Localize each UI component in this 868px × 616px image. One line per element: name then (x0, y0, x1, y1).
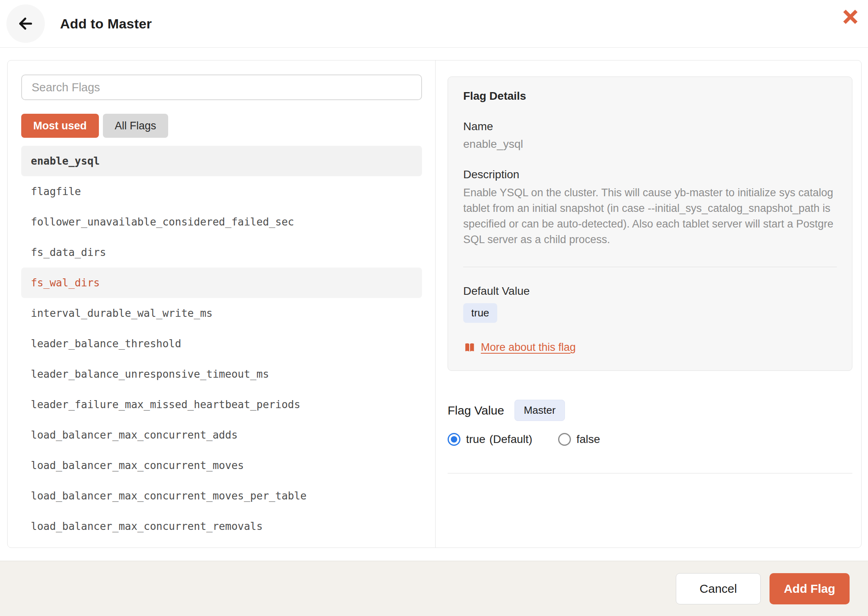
radio-true-suffix: (Default) (489, 433, 532, 446)
search-input[interactable] (21, 74, 422, 100)
modal-footer: Cancel Add Flag (0, 561, 868, 616)
description-text: Enable YSQL on the cluster. This will ca… (463, 185, 837, 248)
modal-header: Add to Master (0, 0, 868, 48)
flag-row-fs-data-dirs[interactable]: fs_data_dirs (21, 237, 422, 268)
flag-details-card: Flag Details Name enable_ysql Descriptio… (448, 76, 852, 371)
flag-row-lb-max-moves-per-table[interactable]: load_balancer_max_concurrent_moves_per_t… (21, 481, 422, 511)
flag-list: enable_ysql flagfile follower_unavailabl… (21, 146, 422, 542)
modal-body: Most used All Flags enable_ysql flagfile… (7, 60, 862, 548)
flag-row-leader-balance-threshold[interactable]: leader_balance_threshold (21, 328, 422, 359)
flag-tabs: Most used All Flags (21, 114, 422, 138)
radio-true-label: true (466, 433, 485, 446)
flag-row-lb-max-adds[interactable]: load_balancer_max_concurrent_adds (21, 420, 422, 450)
radio-false-label: false (577, 433, 600, 446)
flag-value-section: Flag Value Master (448, 400, 861, 421)
flag-row-enable-ysql[interactable]: enable_ysql (21, 146, 422, 176)
flag-row-leader-balance-unresponsive[interactable]: leader_balance_unresponsive_timeout_ms (21, 359, 422, 389)
flag-value-options: true (Default) false (448, 433, 861, 446)
flag-row-flagfile[interactable]: flagfile (21, 176, 422, 207)
book-icon (463, 342, 476, 354)
flag-detail-panel: Flag Details Name enable_ysql Descriptio… (436, 60, 861, 548)
flag-list-panel: Most used All Flags enable_ysql flagfile… (8, 60, 436, 548)
flag-value-divider (448, 473, 852, 473)
default-value-label: Default Value (463, 285, 837, 298)
radio-option-true[interactable]: true (Default) (448, 433, 532, 446)
default-value-badge: true (463, 303, 497, 323)
flag-details-title: Flag Details (463, 90, 837, 103)
radio-option-false[interactable]: false (558, 433, 600, 446)
close-icon (842, 9, 858, 25)
arrow-left-icon (16, 14, 35, 33)
tab-all-flags[interactable]: All Flags (103, 114, 169, 138)
scope-badge-master: Master (514, 400, 565, 421)
flag-row-lb-max-removals[interactable]: load_balancer_max_concurrent_removals (21, 511, 422, 542)
radio-selected-icon (448, 433, 460, 446)
flag-row-leader-failure-heartbeat[interactable]: leader_failure_max_missed_heartbeat_peri… (21, 389, 422, 420)
more-about-flag-link[interactable]: More about this flag (463, 341, 576, 354)
flag-value-label: Flag Value (448, 404, 504, 417)
name-label: Name (463, 120, 837, 133)
flag-row-follower-unavailable[interactable]: follower_unavailable_considered_failed_s… (21, 207, 422, 237)
tab-most-used[interactable]: Most used (21, 114, 99, 138)
description-label: Description (463, 168, 837, 181)
back-button[interactable] (6, 4, 45, 43)
radio-unselected-icon (558, 433, 571, 446)
more-about-flag-label: More about this flag (481, 341, 576, 354)
flag-row-fs-wal-dirs[interactable]: fs_wal_dirs (21, 268, 422, 298)
name-value: enable_ysql (463, 138, 837, 151)
flag-row-lb-max-moves[interactable]: load_balancer_max_concurrent_moves (21, 450, 422, 481)
cancel-button[interactable]: Cancel (676, 573, 760, 604)
flag-row-interval-durable-wal[interactable]: interval_durable_wal_write_ms (21, 298, 422, 328)
details-divider (463, 267, 837, 267)
close-button[interactable] (841, 7, 860, 26)
add-flag-button[interactable]: Add Flag (770, 573, 850, 604)
page-title: Add to Master (60, 16, 152, 32)
